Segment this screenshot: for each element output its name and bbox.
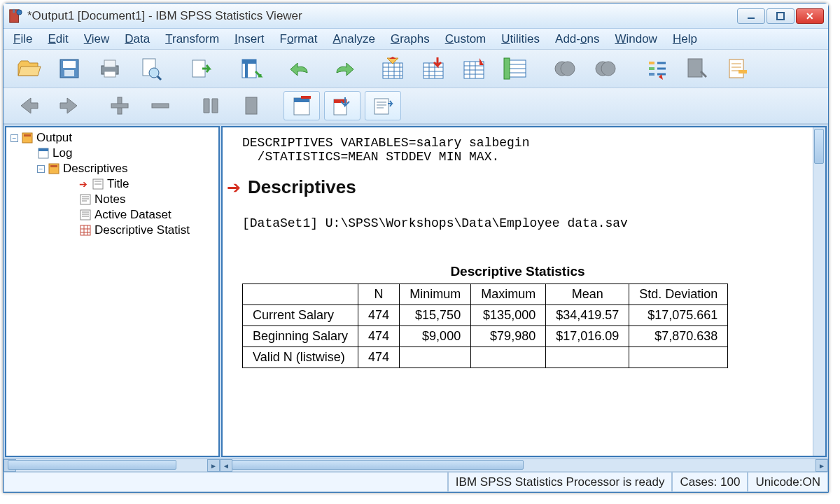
open-button[interactable]: [10, 52, 47, 85]
collapse-icon[interactable]: −: [10, 134, 18, 142]
menu-view[interactable]: View: [84, 32, 110, 46]
svg-rect-4: [777, 13, 784, 20]
venn1-button[interactable]: [547, 52, 583, 85]
svg-rect-9: [104, 60, 115, 67]
svg-rect-50: [80, 195, 90, 204]
section-heading: Descriptives: [248, 176, 356, 198]
outline-root-label: Output: [36, 131, 72, 145]
menu-format[interactable]: Format: [280, 32, 318, 46]
outline-pane[interactable]: − Output Log − Descriptives ➔ Title Note…: [5, 126, 220, 457]
dialog-recall-button[interactable]: [233, 52, 270, 85]
run-script-button[interactable]: [678, 52, 715, 85]
viewer-hscroll[interactable]: ◄ ►: [220, 458, 828, 471]
descriptive-stats-table: N Minimum Maximum Mean Std. Deviation Cu…: [242, 284, 728, 368]
undo-button[interactable]: [284, 52, 320, 85]
nav-forward-button[interactable]: [51, 91, 88, 120]
save-button[interactable]: [51, 52, 88, 85]
svg-rect-7: [64, 70, 74, 76]
close-button[interactable]: ✕: [796, 8, 824, 24]
menu-addons[interactable]: Add-ons: [555, 32, 599, 46]
menu-edit[interactable]: Edit: [48, 32, 68, 46]
status-unicode: Unicode:ON: [748, 472, 828, 492]
svg-point-24: [561, 62, 575, 76]
svg-rect-1: [13, 8, 15, 12]
menu-file[interactable]: File: [13, 32, 32, 46]
content-body: − Output Log − Descriptives ➔ Title Note…: [4, 124, 828, 458]
menu-help[interactable]: Help: [673, 32, 697, 46]
outline-root[interactable]: − Output: [6, 130, 218, 146]
outline-title-label: Title: [107, 177, 130, 191]
outline-title[interactable]: ➔ Title: [6, 176, 218, 192]
output-icon: [21, 132, 34, 144]
select-cases-button[interactable]: [496, 52, 533, 85]
menu-analyze[interactable]: Analyze: [332, 32, 374, 46]
menu-transform[interactable]: Transform: [165, 32, 219, 46]
outline-log-label: Log: [52, 146, 72, 160]
svg-rect-10: [104, 71, 115, 77]
current-marker-icon: ➔: [79, 178, 88, 190]
insert-heading-button[interactable]: [324, 91, 360, 120]
outline-descriptive-stats[interactable]: Descriptive Statist: [6, 223, 218, 238]
nav-back-button[interactable]: [10, 91, 47, 120]
outline-log[interactable]: Log: [6, 146, 218, 161]
svg-point-2: [17, 9, 22, 14]
outline-hscroll[interactable]: ◄ ►: [4, 458, 220, 471]
goto-case-button[interactable]: [415, 52, 451, 85]
svg-rect-17: [245, 59, 248, 78]
syntax-block: DESCRIPTIVES VARIABLES=salary salbegin /…: [223, 127, 813, 167]
svg-rect-29: [649, 73, 654, 76]
table-icon: [79, 224, 92, 237]
statusbar: IBM SPSS Statistics Processor is ready C…: [4, 471, 828, 492]
svg-rect-22: [504, 58, 510, 79]
vertical-scrollbar[interactable]: [813, 127, 825, 456]
outline-notes[interactable]: Notes: [6, 192, 218, 207]
svg-rect-27: [649, 62, 654, 64]
menu-graphs[interactable]: Graphs: [391, 32, 430, 46]
outline-active-dataset[interactable]: Active Dataset: [6, 207, 218, 223]
goto-data-button[interactable]: [374, 52, 411, 85]
designate-window-button[interactable]: [638, 52, 674, 85]
expand-button[interactable]: [192, 91, 229, 120]
collapse-button[interactable]: [233, 91, 270, 120]
col-max: Maximum: [471, 284, 546, 305]
titlebar: *Output1 [Document1] - IBM SPSS Statisti…: [4, 4, 828, 29]
menu-data[interactable]: Data: [125, 32, 150, 46]
print-preview-button[interactable]: [132, 52, 169, 85]
menu-custom[interactable]: Custom: [445, 32, 486, 46]
svg-rect-35: [152, 104, 169, 108]
outline-descriptives[interactable]: − Descriptives: [6, 161, 218, 176]
table-header-row: N Minimum Maximum Mean Std. Deviation: [243, 284, 728, 305]
variables-button[interactable]: [456, 52, 492, 85]
svg-rect-34: [111, 104, 128, 108]
menu-utilities[interactable]: Utilities: [501, 32, 540, 46]
collapse-icon[interactable]: −: [37, 165, 45, 173]
col-min: Minimum: [400, 284, 471, 305]
maximize-button[interactable]: [766, 8, 794, 24]
menu-insert[interactable]: Insert: [234, 32, 265, 46]
menu-window[interactable]: Window: [615, 32, 657, 46]
demote-button[interactable]: [142, 91, 178, 120]
scroll-right-icon[interactable]: ►: [816, 459, 828, 472]
venn2-button[interactable]: [587, 52, 624, 85]
table-row: Beginning Salary 474 $9,000 $79,980 $17,…: [243, 326, 728, 347]
promote-button[interactable]: [102, 91, 138, 120]
viewer-pane[interactable]: DESCRIPTIVES VARIABLES=salary salbegin /…: [221, 126, 827, 457]
export-button[interactable]: [183, 52, 219, 85]
redo-button[interactable]: [324, 52, 360, 85]
print-button[interactable]: [92, 52, 128, 85]
status-processor: IBM SPSS Statistics Processor is ready: [448, 472, 673, 492]
outline-descriptives-label: Descriptives: [63, 162, 128, 176]
scroll-right-icon[interactable]: ►: [207, 459, 220, 472]
toolbar-primary: [4, 50, 828, 88]
scroll-left-icon[interactable]: ◄: [220, 459, 232, 472]
table-row: Valid N (listwise) 474: [243, 347, 728, 368]
show-hide-button[interactable]: [284, 91, 320, 120]
svg-point-12: [149, 68, 159, 78]
dataset-line: [DataSet1] U:\SPSS\Workshops\Data\Employ…: [223, 204, 813, 243]
svg-rect-44: [24, 134, 31, 136]
new-syntax-button[interactable]: [719, 52, 755, 85]
svg-rect-6: [63, 61, 76, 68]
window-title: *Output1 [Document1] - IBM SPSS Statisti…: [27, 9, 302, 23]
insert-text-button[interactable]: [365, 91, 401, 120]
minimize-button[interactable]: [737, 8, 765, 24]
